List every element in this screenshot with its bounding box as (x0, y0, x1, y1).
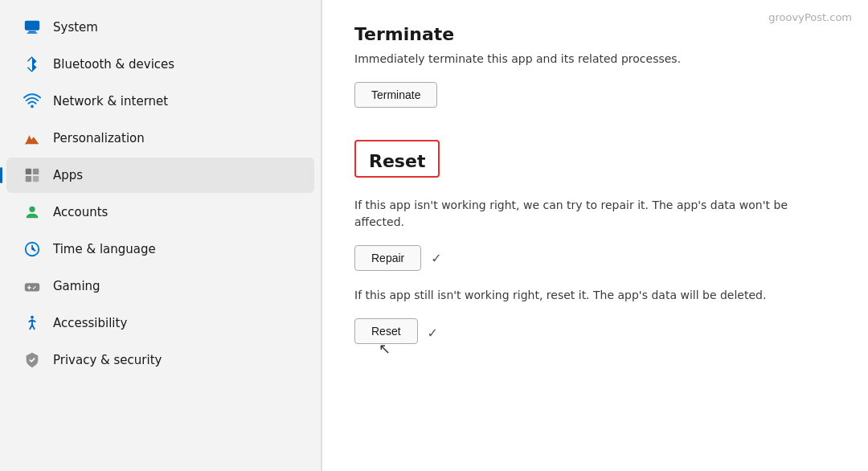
svg-rect-7 (33, 176, 39, 182)
repair-row: Repair ✓ (354, 245, 836, 271)
reset-section: If this app still isn't working right, r… (354, 287, 836, 344)
system-icon (23, 18, 42, 37)
sidebar-label-accounts: Accounts (53, 205, 108, 219)
apps-icon (23, 166, 42, 185)
repair-checkmark: ✓ (431, 251, 441, 266)
sidebar-label-network: Network & internet (53, 94, 168, 109)
svg-rect-2 (27, 32, 38, 33)
sidebar-label-time: Time & language (53, 242, 156, 256)
reset-header-box: Reset (354, 140, 440, 178)
sidebar-item-gaming[interactable]: Gaming (6, 268, 314, 304)
reset-button[interactable]: Reset (354, 318, 418, 344)
svg-point-11 (35, 286, 36, 288)
reset-title: Reset (369, 151, 425, 171)
time-icon (23, 240, 42, 259)
accessibility-icon (23, 313, 42, 333)
svg-rect-0 (25, 21, 39, 31)
reset-desc: If this app still isn't working right, r… (354, 287, 836, 304)
sidebar-item-personalization[interactable]: Personalization (6, 121, 314, 156)
sidebar-item-accounts[interactable]: Accounts (6, 195, 314, 230)
repair-desc: If this app isn't working right, we can … (354, 197, 836, 231)
network-icon (23, 92, 42, 111)
gaming-icon (23, 276, 42, 296)
sidebar-item-time[interactable]: Time & language (6, 231, 314, 267)
svg-point-8 (29, 207, 35, 212)
svg-point-12 (33, 288, 35, 289)
main-content: groovyPost.com Terminate Immediately ter… (322, 0, 868, 471)
sidebar-label-personalization: Personalization (53, 131, 145, 145)
sidebar-label-accessibility: Accessibility (53, 316, 127, 330)
repair-section: If this app isn't working right, we can … (354, 197, 836, 271)
privacy-icon (23, 350, 42, 370)
sidebar-item-system[interactable]: System (6, 10, 314, 45)
terminate-title: Terminate (354, 24, 836, 44)
reset-header-wrapper: Reset (354, 140, 836, 186)
repair-button[interactable]: Repair (354, 245, 421, 271)
svg-point-3 (31, 105, 34, 109)
svg-point-13 (31, 316, 34, 319)
svg-rect-5 (33, 169, 39, 174)
sidebar-item-accessibility[interactable]: Accessibility (6, 305, 314, 341)
svg-rect-10 (25, 283, 39, 291)
watermark: groovyPost.com (768, 11, 852, 23)
sidebar: System Bluetooth & devices Network & int… (0, 0, 321, 471)
reset-checkmark: ✓ (428, 326, 438, 341)
accounts-icon (23, 203, 42, 222)
svg-rect-6 (26, 176, 31, 182)
terminate-desc: Immediately terminate this app and its r… (354, 51, 836, 68)
sidebar-label-gaming: Gaming (53, 279, 100, 293)
svg-rect-4 (26, 169, 31, 174)
reset-btn-wrapper: Reset ↖ (354, 318, 418, 344)
sidebar-item-apps[interactable]: Apps (6, 158, 314, 193)
sidebar-label-system: System (53, 20, 98, 35)
personalization-icon (23, 129, 42, 148)
sidebar-item-privacy[interactable]: Privacy & security (6, 342, 314, 378)
terminate-button[interactable]: Terminate (354, 82, 437, 108)
svg-rect-1 (28, 31, 35, 33)
reset-row: Reset ↖ ✓ (354, 318, 836, 344)
terminate-section: Terminate Immediately terminate this app… (354, 24, 836, 127)
bluetooth-icon (23, 55, 42, 74)
sidebar-item-network[interactable]: Network & internet (6, 84, 314, 119)
sidebar-label-bluetooth: Bluetooth & devices (53, 57, 174, 72)
sidebar-label-apps: Apps (53, 168, 83, 182)
sidebar-item-bluetooth[interactable]: Bluetooth & devices (6, 47, 314, 82)
sidebar-label-privacy: Privacy & security (53, 353, 162, 367)
